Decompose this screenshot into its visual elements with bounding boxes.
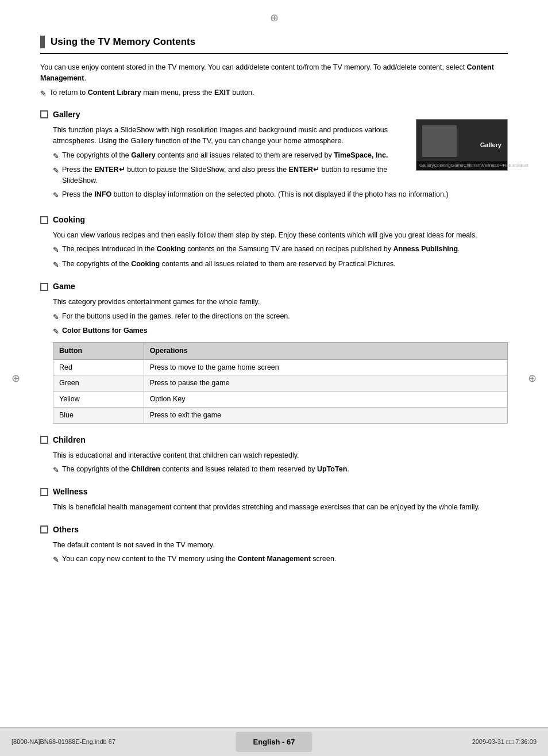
wellness-title: Wellness xyxy=(53,486,87,498)
children-checkbox-icon xyxy=(40,436,48,444)
gallery-image-label: Gallery xyxy=(480,140,501,150)
intro-paragraph: You can use enjoy content stored in the … xyxy=(40,62,508,85)
gallery-note-1: ✎ The copyrights of the Gallery contents… xyxy=(53,150,407,162)
gallery-note-bold-info: INFO xyxy=(94,190,111,198)
children-note-bold: Children xyxy=(131,465,160,473)
game-checkbox-icon xyxy=(40,283,48,291)
gallery-inner-photo xyxy=(422,125,457,157)
cooking-note-1: ✎ The recipes introduced in the Cooking … xyxy=(53,244,508,256)
wellness-checkbox-icon xyxy=(40,488,48,496)
section-children: Children This is educational and interac… xyxy=(40,434,508,476)
children-note-1: ✎ The copyrights of the Children content… xyxy=(53,464,508,476)
gallery-note-bold-enter1: ENTER↵ xyxy=(94,166,125,174)
gallery-screenshot: Gallery Gallery Cooking Game Children We… xyxy=(416,119,508,171)
table-cell-yellow: Yellow xyxy=(53,392,144,408)
crosshair-top-icon: ⊕ xyxy=(270,10,279,26)
table-header-button: Button xyxy=(53,342,144,359)
children-note-bold-uptoten: UpToTen xyxy=(317,465,347,473)
gallery-bar-item6: ↩Return xyxy=(499,162,517,169)
gallery-note-3: ✎ Press the INFO button to display infor… xyxy=(53,189,508,201)
gallery-bar-item1: Gallery xyxy=(419,162,434,169)
cooking-note-bold-cooking2: Cooking xyxy=(131,260,160,268)
cooking-header: Cooking xyxy=(40,214,508,226)
table-cell-blue-op: Press to exit the game xyxy=(144,407,507,423)
others-header: Others xyxy=(40,524,508,536)
others-title: Others xyxy=(53,524,79,536)
intro-bold-content-management: Content Management xyxy=(40,63,494,82)
children-body-text: This is educational and interactive cont… xyxy=(53,450,508,461)
children-header: Children xyxy=(40,434,508,446)
gallery-bar-item3: Game xyxy=(451,162,464,169)
cooking-checkbox-icon xyxy=(40,216,48,224)
crosshair-left-icon: ⊕ xyxy=(11,370,20,386)
footer-center-label: English - 67 xyxy=(236,732,312,753)
table-cell-blue: Blue xyxy=(53,407,144,423)
gallery-image: Gallery Gallery Cooking Game Children We… xyxy=(416,119,508,171)
game-note-bold-color: Color Buttons for Games xyxy=(62,327,148,335)
table-cell-red-op: Press to move to the game home screen xyxy=(144,359,507,375)
wellness-body: This is beneficial health management con… xyxy=(40,502,508,513)
intro-note-bold-library: Content Library xyxy=(88,89,141,97)
game-title: Game xyxy=(53,281,75,293)
gallery-bar-item5: Wellness xyxy=(480,162,499,169)
table-cell-green-op: Press to pause the game xyxy=(144,375,507,392)
game-header: Game xyxy=(40,281,508,293)
gallery-note-text-1: The copyrights of the Gallery contents a… xyxy=(62,150,388,161)
table-row: Yellow Option Key xyxy=(53,392,508,408)
intro-note-bold-exit: EXIT xyxy=(214,89,230,97)
footer-bar: [8000-NA]BN68-01988E-Eng.indb 67 English… xyxy=(0,727,548,756)
gallery-note-text-2: Press the ENTER↵ button to pause the Sli… xyxy=(62,164,407,186)
game-note-1: ✎ For the buttons used in the games, ref… xyxy=(53,311,508,323)
crosshair-right-icon: ⊕ xyxy=(528,370,537,386)
cooking-body: You can view various recipes and then ea… xyxy=(40,230,508,270)
game-note-text-1: For the buttons used in the games, refer… xyxy=(62,311,290,322)
table-cell-red: Red xyxy=(53,359,144,375)
page-container: ⊕ ⊕ ⊕ Using the TV Memory Contents You c… xyxy=(0,0,548,756)
children-title: Children xyxy=(53,434,86,446)
cooking-note-text-1: The recipes introduced in the Cooking co… xyxy=(62,244,460,255)
page-title-text: Using the TV Memory Contents xyxy=(51,34,195,49)
gallery-bottom-bar: Gallery Cooking Game Children Wellness ↩… xyxy=(416,161,507,170)
game-color-table: Button Operations Red Press to move to t… xyxy=(53,342,508,424)
section-gallery: Gallery Gallery Gallery Cooking Game Chi… xyxy=(40,109,508,204)
others-note-1: ✎ You can copy new content to the TV mem… xyxy=(53,554,508,566)
others-checkbox-icon xyxy=(40,525,48,534)
table-cell-yellow-op: Option Key xyxy=(144,392,507,408)
gallery-bar-item2: Cooking xyxy=(434,162,450,169)
wellness-body-text: This is beneficial health management con… xyxy=(53,502,508,513)
children-note-text-1: The copyrights of the Children contents … xyxy=(62,464,349,475)
gallery-bar-item4: Children xyxy=(464,162,481,169)
cooking-note-icon-2: ✎ xyxy=(53,259,59,271)
gallery-note-bold-enter2: ENTER↵ xyxy=(289,166,319,174)
children-body: This is educational and interactive cont… xyxy=(40,450,508,476)
others-note-icon-1: ✎ xyxy=(53,554,59,566)
gallery-bar-item7: ⊞Exit xyxy=(517,162,528,169)
table-header-row: Button Operations xyxy=(53,342,508,359)
section-game: Game This category provides entertainmen… xyxy=(40,281,508,423)
gallery-note-2: ✎ Press the ENTER↵ button to pause the S… xyxy=(53,164,407,186)
others-note-bold-content-mgmt: Content Management xyxy=(238,555,311,563)
intro-note-text: To return to Content Library main menu, … xyxy=(49,87,254,98)
game-body-text: This category provides entertainment gam… xyxy=(53,297,508,308)
table-row: Red Press to move to the game home scree… xyxy=(53,359,508,375)
cooking-note-2: ✎ The copyrights of the Cooking contents… xyxy=(53,259,508,271)
gallery-note-icon-1: ✎ xyxy=(53,151,59,162)
game-note-icon-2: ✎ xyxy=(53,326,59,337)
cooking-body-text: You can view various recipes and then ea… xyxy=(53,230,508,241)
game-note-2: ✎ Color Buttons for Games xyxy=(53,325,508,337)
footer-left-text: [8000-NA]BN68-01988E-Eng.indb 67 xyxy=(11,737,115,747)
gallery-note-icon-3: ✎ xyxy=(53,190,59,201)
table-row: Green Press to pause the game xyxy=(53,375,508,392)
wellness-header: Wellness xyxy=(40,486,508,498)
footer-center-text: English - 67 xyxy=(253,738,295,746)
section-others: Others The default content is not saved … xyxy=(40,524,508,566)
gallery-checkbox-icon xyxy=(40,110,48,118)
table-cell-green: Green xyxy=(53,375,144,392)
game-note-text-2: Color Buttons for Games xyxy=(62,325,148,336)
cooking-title: Cooking xyxy=(53,214,85,226)
others-note-text-1: You can copy new content to the TV memor… xyxy=(62,554,336,565)
table-row: Blue Press to exit the game xyxy=(53,407,508,423)
gallery-note-bold-1: Gallery xyxy=(131,151,155,159)
gallery-note-bold-timespace: TimeSpace, Inc. xyxy=(334,151,388,159)
gallery-note-icon-2: ✎ xyxy=(53,165,59,176)
